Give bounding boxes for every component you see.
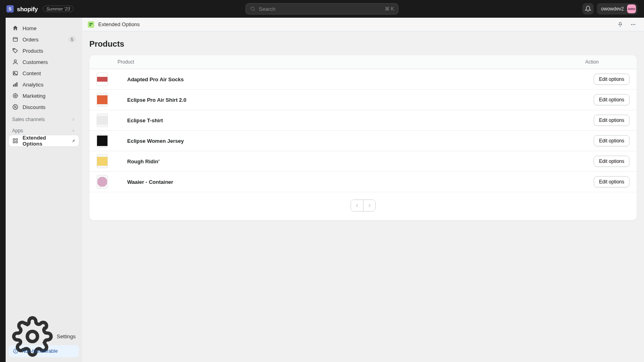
svg-rect-8 <box>13 84 14 86</box>
analytics-icon <box>12 81 19 88</box>
info-icon <box>13 348 19 354</box>
svg-rect-10 <box>17 82 18 87</box>
svg-point-4 <box>14 49 14 50</box>
more-actions-button[interactable] <box>628 19 638 30</box>
sidebar-item-content[interactable]: Content <box>9 68 79 79</box>
sidebar-item-label: Marketing <box>23 93 45 99</box>
svg-line-1 <box>254 10 255 11</box>
product-name: Waaier - Container <box>127 179 594 185</box>
svg-point-29 <box>633 24 634 25</box>
notice-label: Non-transferable <box>22 348 58 354</box>
table-row: Eclipse Pro Air Shirt 2.0 Edit options <box>89 90 637 110</box>
edit-options-button[interactable]: Edit options <box>594 115 630 126</box>
svg-rect-18 <box>16 139 17 140</box>
sidebar-item-customers[interactable]: Customers <box>9 56 79 68</box>
avatar: owo <box>627 4 636 13</box>
product-thumbnail <box>97 175 108 189</box>
sidebar-item-home[interactable]: Home <box>9 23 79 34</box>
bell-icon <box>585 6 591 12</box>
table-row: Rough Ridin' Edit options <box>89 151 637 172</box>
edit-options-button[interactable]: Edit options <box>594 135 630 146</box>
svg-point-16 <box>16 107 16 108</box>
sidebar-item-label: Content <box>23 70 41 76</box>
svg-point-15 <box>14 106 14 106</box>
chevron-right-icon <box>71 128 76 133</box>
sidebar-section-apps[interactable]: Apps <box>9 124 79 135</box>
sidebar-item-products[interactable]: Products <box>9 45 79 56</box>
col-thumb-spacer <box>97 59 118 65</box>
edit-options-button[interactable]: Edit options <box>594 94 630 105</box>
sidebar-item-orders[interactable]: Orders 5 <box>9 34 79 45</box>
svg-point-5 <box>14 60 16 62</box>
svg-rect-19 <box>13 141 15 143</box>
col-header-action: Action <box>585 59 630 65</box>
pagination <box>89 192 637 220</box>
section-label: Apps <box>12 128 23 134</box>
sidebar-item-marketing[interactable]: Marketing <box>9 90 79 101</box>
global-search[interactable]: ⌘ K <box>246 3 398 14</box>
product-name: Adapted Pro Air Socks <box>127 76 594 82</box>
discount-icon <box>12 104 19 110</box>
app-icon <box>12 138 19 144</box>
shopify-logo-icon: S <box>6 5 14 12</box>
sidebar-bottom: Settings Non-transferable <box>9 331 79 357</box>
svg-rect-17 <box>13 139 15 140</box>
page-next-button[interactable] <box>363 200 375 211</box>
table-row: Waaier - Container Edit options <box>89 172 637 192</box>
brand-name: shopify <box>17 6 38 12</box>
search-input[interactable] <box>259 6 382 12</box>
pin-icon <box>71 138 76 143</box>
product-thumbnail <box>97 93 108 107</box>
chevron-right-icon <box>367 203 372 208</box>
app-header: Extended Options <box>82 18 644 31</box>
sidebar-item-label: Orders <box>23 37 39 43</box>
main-area: Extended Options Products Product Action… <box>82 18 644 362</box>
page-title: Products <box>89 39 637 49</box>
chevron-left-icon <box>354 203 360 208</box>
app-logo-icon <box>88 21 94 28</box>
product-name: Eclipse T-shirt <box>127 117 594 123</box>
sidebar-section-sales-channels[interactable]: Sales channels <box>9 113 79 124</box>
svg-rect-20 <box>16 141 17 143</box>
table-header: Product Action <box>89 55 637 69</box>
pin-app-button[interactable] <box>615 19 625 30</box>
svg-rect-27 <box>89 25 91 26</box>
product-thumbnail <box>97 113 108 127</box>
sidebar-item-label: Products <box>23 48 43 54</box>
svg-rect-9 <box>15 83 16 86</box>
table-row: Eclipse Women Jersey Edit options <box>89 131 637 151</box>
product-name: Rough Ridin' <box>127 158 594 165</box>
user-menu[interactable]: owowdev2 owo <box>597 3 638 14</box>
topbar-center: ⌘ K <box>246 3 398 14</box>
home-icon <box>12 25 19 31</box>
topbar-left: S shopify Summer '23 <box>6 5 74 12</box>
svg-point-11 <box>13 94 18 98</box>
svg-rect-25 <box>89 23 91 24</box>
svg-rect-26 <box>91 23 92 24</box>
sidebar-item-discounts[interactable]: Discounts <box>9 101 79 113</box>
edit-options-button[interactable]: Edit options <box>594 156 630 167</box>
sidebar-item-label: Discounts <box>23 104 45 110</box>
chevron-right-icon <box>71 117 76 122</box>
user-icon <box>12 59 19 65</box>
notifications-button[interactable] <box>582 3 594 14</box>
edition-badge: Summer '23 <box>43 6 74 12</box>
search-shortcut-hint: ⌘ K <box>385 6 394 12</box>
sidebar-item-label: Customers <box>23 59 48 65</box>
sidebar-item-analytics[interactable]: Analytics <box>9 79 79 90</box>
sidebar-item-extended-options[interactable]: Extended Options <box>9 135 79 146</box>
product-thumbnail <box>97 72 108 86</box>
product-thumbnail <box>97 154 108 168</box>
user-name-label: owowdev2 <box>601 6 624 12</box>
sidebar-item-settings[interactable]: Settings <box>9 331 79 342</box>
edit-options-button[interactable]: Edit options <box>594 74 630 85</box>
page-prev-button[interactable] <box>351 200 363 211</box>
orders-icon <box>12 36 19 43</box>
edit-options-button[interactable]: Edit options <box>594 176 630 187</box>
target-icon <box>12 93 19 99</box>
svg-point-28 <box>631 24 632 25</box>
search-icon <box>250 6 256 12</box>
more-horizontal-icon <box>630 22 636 27</box>
sidebar-item-label: Extended Options <box>23 135 67 147</box>
product-name: Eclipse Pro Air Shirt 2.0 <box>127 97 594 103</box>
